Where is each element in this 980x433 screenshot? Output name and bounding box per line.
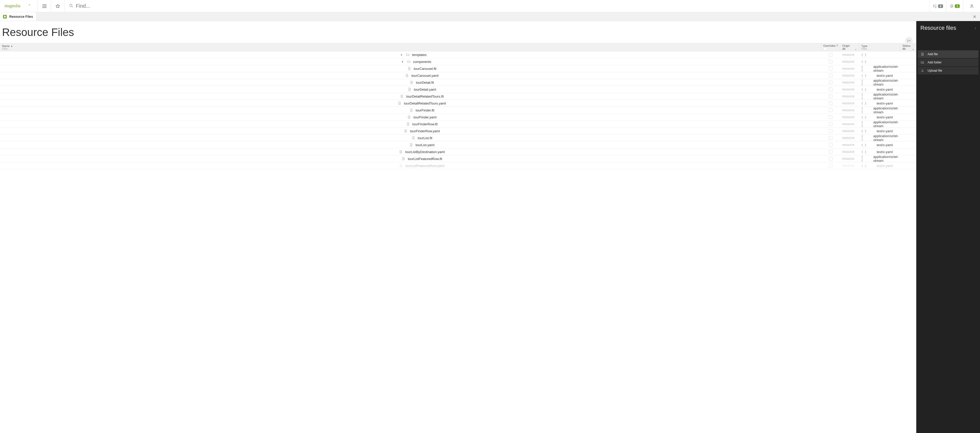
file-icon xyxy=(412,136,415,140)
app-tab-resource-files[interactable]: Resource Files xyxy=(0,12,37,21)
action-add-folder[interactable]: Add folder xyxy=(918,59,978,66)
table-row[interactable]: ▾componentsresource{ } xyxy=(0,58,916,65)
notifications-button[interactable]: 1 xyxy=(946,0,963,12)
table-row[interactable]: tourDetailRelatedTours.ftlresource{ }app… xyxy=(0,93,916,100)
cell-type: { }text/x-yaml xyxy=(859,86,900,93)
cell-name: ▾templates xyxy=(0,51,821,58)
table-row[interactable]: tourFinder.ftlresource{ }application/oct… xyxy=(0,107,916,114)
column-header-type[interactable]: Type Filter... xyxy=(859,43,900,51)
overrides-checkbox[interactable] xyxy=(829,67,832,70)
braces-icon: { } xyxy=(861,129,866,133)
resource-files-app-icon xyxy=(3,15,7,19)
folder-icon xyxy=(406,53,410,57)
upload-icon xyxy=(920,69,924,73)
actions-panel: Resource files › Add fileAdd folderUploa… xyxy=(916,21,980,433)
braces-icon: { } xyxy=(861,164,866,167)
table-row[interactable]: tourFinderRow.ftlresource{ }application/… xyxy=(0,121,916,128)
tree-caret[interactable]: ▾ xyxy=(401,60,404,63)
actions-panel-header[interactable]: Resource files › xyxy=(916,21,980,35)
magnolia-logo-icon: magnolia xyxy=(5,3,33,9)
overrides-checkbox[interactable] xyxy=(829,129,832,133)
overrides-checkbox[interactable] xyxy=(829,87,832,91)
table-row[interactable]: tourDetailRelatedTours.yamlresource{ }te… xyxy=(0,100,916,107)
table-row[interactable]: ▾templatesresource{ } xyxy=(0,51,916,58)
braces-icon: { } xyxy=(861,116,866,119)
user-profile-button[interactable] xyxy=(963,0,980,12)
overrides-checkbox[interactable] xyxy=(829,115,832,119)
page-title: Resource Files xyxy=(0,21,916,43)
table-row[interactable]: tourFinderRow.yamlresource{ }text/x-yaml xyxy=(0,128,916,135)
action-upload[interactable]: Upload file xyxy=(918,67,978,75)
overrides-checkbox[interactable] xyxy=(829,102,832,105)
cell-status xyxy=(900,148,916,155)
cell-type: { }application/octet-stream xyxy=(859,65,900,72)
type-filter-placeholder[interactable]: Filter... xyxy=(861,48,898,50)
action-add-file[interactable]: Add file xyxy=(918,50,978,58)
node-name: tourDetailRelatedTours.ftl xyxy=(406,95,444,98)
mime-type: text/x-yaml xyxy=(877,102,893,105)
overrides-checkbox[interactable] xyxy=(829,108,832,112)
table-row[interactable]: tourCarousel.ftlresource{ }application/o… xyxy=(0,65,916,72)
table-row[interactable]: tourList.ftlresource{ }application/octet… xyxy=(0,135,916,141)
collapse-tree-button[interactable] xyxy=(905,37,913,45)
tasks-button[interactable]: 0 xyxy=(929,0,946,12)
svg-line-12 xyxy=(72,6,73,7)
column-header-origin[interactable]: Origin All⌄ xyxy=(840,43,859,51)
logo[interactable]: magnolia xyxy=(0,0,38,12)
table-row[interactable]: tourFinder.yamlresource{ }text/x-yaml xyxy=(0,114,916,121)
node-name: tourFinderRow.ftl xyxy=(412,122,438,126)
apps-launcher-button[interactable] xyxy=(38,0,51,12)
table-row[interactable]: tourListFeaturedRow.ftlresource{ }applic… xyxy=(0,155,916,162)
tree-caret[interactable]: ▾ xyxy=(400,54,403,56)
close-icon xyxy=(973,15,977,19)
node-name: tourListByDestination.yaml xyxy=(405,150,445,154)
overrides-checkbox[interactable] xyxy=(829,164,832,167)
cell-origin: resource xyxy=(840,58,859,65)
table-row[interactable]: tourCarousel.yamlresource{ }text/x-yaml xyxy=(0,72,916,79)
close-app-button[interactable] xyxy=(969,12,980,21)
name-filter-placeholder[interactable]: Filter... xyxy=(2,48,819,50)
cell-type: { }application/octet-stream xyxy=(859,93,900,100)
overrides-checkbox[interactable] xyxy=(829,143,832,147)
chevron-down-icon: ⌄ xyxy=(854,47,857,51)
workspace: Resource Files Name ▲ Filter... Override… xyxy=(0,21,980,433)
cell-name: tourListFeaturedRow.ftl xyxy=(0,155,821,162)
file-icon xyxy=(409,143,413,147)
file-icon xyxy=(410,108,413,112)
overrides-checkbox[interactable] xyxy=(829,122,832,126)
mime-type: application/octet-stream xyxy=(873,65,899,73)
global-search[interactable] xyxy=(64,0,929,12)
cell-type: { }text/x-yaml xyxy=(859,100,900,106)
overrides-checkbox[interactable] xyxy=(829,157,832,160)
overrides-checkbox[interactable] xyxy=(829,60,832,63)
cell-name: tourFinderRow.ftl xyxy=(0,121,821,127)
overrides-checkbox[interactable] xyxy=(829,53,832,57)
overrides-checkbox[interactable] xyxy=(829,81,832,84)
folder-icon xyxy=(407,60,410,63)
table-row[interactable]: tourList.yamlresource{ }text/x-yaml xyxy=(0,141,916,148)
table-row[interactable]: tourDetail.yamlresource{ }text/x-yaml xyxy=(0,86,916,93)
table-row[interactable]: tourListByDestination.yamlresource{ }tex… xyxy=(0,148,916,155)
overrides-checkbox[interactable] xyxy=(829,150,832,154)
overrides-checkbox[interactable] xyxy=(829,136,832,140)
table-row[interactable]: tourDetail.ftlresource{ }application/oct… xyxy=(0,79,916,86)
cell-status xyxy=(900,128,916,134)
cell-type: { }text/x-yaml xyxy=(859,141,900,148)
overrides-filter-checkbox[interactable] xyxy=(823,47,827,50)
cell-origin: resource xyxy=(840,79,859,86)
cell-status xyxy=(900,141,916,148)
file-icon xyxy=(399,150,402,154)
cell-overrides xyxy=(821,58,840,65)
column-header-name[interactable]: Name ▲ Filter... xyxy=(0,43,821,51)
origin-filter-select[interactable]: All⌄ xyxy=(842,47,857,51)
search-input[interactable] xyxy=(76,3,929,9)
status-filter-select[interactable]: All⌄ xyxy=(902,47,914,51)
table-row[interactable]: tourListFeaturedRow.yamlresource{ }text/… xyxy=(0,162,916,169)
favorites-button[interactable] xyxy=(51,0,64,12)
overrides-checkbox[interactable] xyxy=(829,95,832,98)
cell-overrides xyxy=(821,148,840,155)
cell-overrides xyxy=(821,93,840,100)
cell-status xyxy=(900,58,916,65)
column-header-overrides[interactable]: Overrides ? xyxy=(821,43,840,51)
overrides-checkbox[interactable] xyxy=(829,74,832,77)
